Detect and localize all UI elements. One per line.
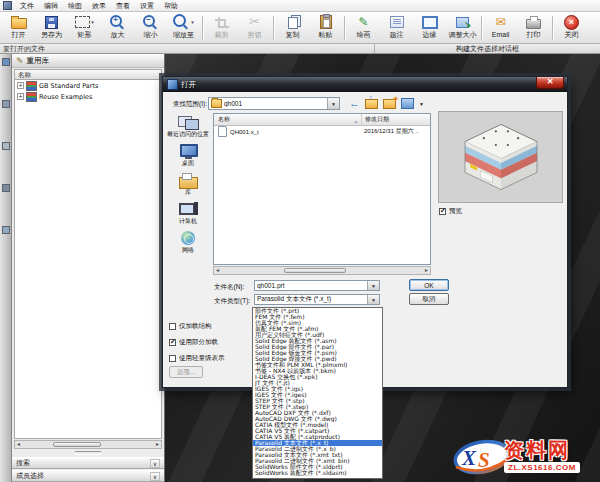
section-member-select[interactable]: 成员选择∨ (12, 470, 164, 482)
toolbar-icon-row (564, 14, 579, 30)
file-row[interactable]: QH001.x_t2016/12/31 星期六 .. (214, 126, 430, 137)
back-icon[interactable]: ← (349, 98, 360, 109)
place-recent[interactable]: 最近访问的位置 (167, 115, 209, 138)
toolbar-icon-row: ✉ (495, 14, 505, 30)
new-folder-icon[interactable] (383, 99, 396, 109)
dialog-titlebar[interactable]: 打开 (163, 77, 567, 92)
checkbox-unchecked-icon[interactable] (169, 355, 176, 362)
column-header-name[interactable]: 名称 ▴ (214, 114, 362, 125)
tree-horizontal-scrollbar[interactable]: ◄ ► (14, 440, 162, 449)
column-header-date[interactable]: 修改日期 (362, 114, 430, 125)
expander-icon[interactable]: + (17, 82, 24, 89)
preview-checkbox-label: 预览 (449, 207, 462, 216)
resource-tab-2-icon[interactable] (2, 100, 10, 108)
file-list-rows: QH001.x_t2016/12/31 星期六 .. (214, 126, 430, 137)
look-in-combobox[interactable]: qh001 ▼ (208, 97, 340, 110)
resource-tab-5-icon[interactable] (2, 226, 10, 234)
toolbar-separator (344, 16, 345, 40)
menu-item[interactable]: 设置 (135, 0, 159, 11)
chevron-down-icon[interactable]: ∨ (150, 472, 160, 481)
file-name-label: 文件名(N): (214, 283, 244, 292)
tree-item[interactable]: +Reuse Examples (15, 91, 161, 102)
rect-select-button[interactable]: ▾矩形 (68, 13, 101, 43)
toolbar-icon-row (110, 14, 126, 30)
cut-button: ✂剪切 (238, 13, 271, 43)
expander-icon[interactable]: + (17, 93, 24, 100)
view-menu-dropdown-icon[interactable]: ▼ (419, 101, 424, 107)
cancel-button[interactable]: 取消 (409, 293, 449, 305)
chevron-down-icon[interactable]: ∨ (150, 459, 160, 468)
scroll-right-icon[interactable]: ► (424, 267, 429, 274)
checkbox-checked-icon[interactable] (169, 339, 176, 346)
chevron-down-icon[interactable]: ▼ (367, 281, 379, 290)
close-button[interactable]: 关闭 (555, 13, 588, 43)
place-computer[interactable]: 计算机 (177, 202, 199, 225)
zoom-out-button[interactable]: 缩小 (134, 13, 167, 43)
panel-sections: 搜索∨成员选择∨ (12, 456, 164, 482)
scroll-left-icon[interactable]: ◄ (215, 267, 220, 274)
zoom-to-button[interactable]: ▾缩放至 (167, 13, 200, 43)
menu-item[interactable]: 帮助 (159, 0, 183, 11)
3d-part-preview (458, 121, 544, 193)
paste-button[interactable]: 粘贴 (309, 13, 342, 43)
use-lightweight-checkbox[interactable]: 使用轻量级表示 (169, 354, 225, 363)
scroll-right-icon[interactable]: ► (155, 441, 160, 448)
resource-tab-4-icon[interactable] (2, 184, 10, 192)
scrollbar-thumb[interactable] (284, 268, 346, 273)
toolbar-item-label: 调整大小 (449, 30, 477, 39)
save-as-button[interactable]: 另存为 (35, 13, 68, 43)
draw-button[interactable]: ✎绘画 (347, 13, 380, 43)
place-library[interactable]: 库 (177, 173, 199, 196)
scroll-left-icon[interactable]: ◄ (16, 441, 21, 448)
file-type-option[interactable]: SolidWorks 装配文件 (*.sldasm) (253, 470, 382, 476)
load-structure-only-checkbox[interactable]: 仅加载结构 (169, 322, 225, 331)
menu-item[interactable]: 效果 (87, 0, 111, 11)
ok-button[interactable]: OK (409, 279, 449, 291)
resize-button[interactable]: 调整大小 (446, 13, 479, 43)
tree-item[interactable]: +GB Standard Parts (15, 80, 161, 91)
dialog-close-button[interactable]: ✕ (536, 77, 564, 89)
email-button[interactable]: ✉Email (484, 13, 517, 43)
file-list-horizontal-scrollbar[interactable]: ◄ ► (213, 266, 431, 275)
watermark-url: ZL.XS1616.COM (504, 462, 580, 473)
zoom-in-button[interactable]: 放大 (101, 13, 134, 43)
view-menu-icon[interactable] (401, 98, 414, 109)
file-name: QH001.x_t (230, 129, 364, 135)
place-desktop[interactable]: 桌面 (177, 144, 199, 167)
desktop-icon (177, 144, 199, 159)
site-watermark: X S 资料网 ZL.XS1616.COM (452, 433, 600, 480)
caption-button[interactable]: 题注 (380, 13, 413, 43)
file-name-combobox[interactable]: qh001.prt ▼ (254, 280, 380, 291)
name-column-header[interactable]: 名称 (14, 69, 162, 80)
file-icon (218, 126, 227, 137)
menu-item[interactable]: 绘图 (63, 0, 87, 11)
toolbar-icon-row (320, 14, 332, 30)
open-button[interactable]: 打开 (2, 13, 35, 43)
chevron-down-icon[interactable]: ▼ (327, 98, 339, 109)
menu-item[interactable]: 查看 (111, 0, 135, 11)
menu-item[interactable]: 文件 (15, 0, 39, 11)
scrollbar-thumb[interactable] (53, 442, 101, 447)
library-folder-icon (26, 92, 37, 102)
print-button[interactable]: 打印 (517, 13, 550, 43)
menu-item[interactable]: 编辑 (39, 0, 63, 11)
up-one-level-icon[interactable] (365, 99, 378, 109)
copy-button[interactable]: 复制 (276, 13, 309, 43)
checkbox-unchecked-icon[interactable] (169, 323, 176, 330)
dropdown-arrow-icon[interactable]: ▾ (91, 19, 94, 25)
section-search[interactable]: 搜索∨ (12, 457, 164, 469)
dropdown-arrow-icon[interactable]: ▾ (191, 19, 194, 25)
file-type-combobox[interactable]: Parasolid 文本文件 (*.x_t) ▼ (254, 294, 380, 305)
use-partial-loading-checkbox[interactable]: 使用部分加载 (169, 338, 225, 347)
checkbox-checked-icon[interactable] (439, 208, 446, 215)
edge-button[interactable]: 边缘 (413, 13, 446, 43)
chevron-down-icon[interactable]: ▼ (367, 295, 379, 304)
toolbar-item-label: 裁剪 (215, 30, 229, 39)
preview-toggle[interactable]: 预览 (439, 207, 462, 216)
resource-tab-3-icon[interactable] (2, 142, 10, 150)
dialog-icon (167, 79, 178, 90)
place-label: 最近访问的位置 (167, 131, 209, 138)
panel-title: 要打开的文件 (0, 44, 375, 53)
place-network[interactable]: 网络 (177, 231, 199, 254)
resource-tab-1-icon[interactable] (2, 58, 10, 66)
